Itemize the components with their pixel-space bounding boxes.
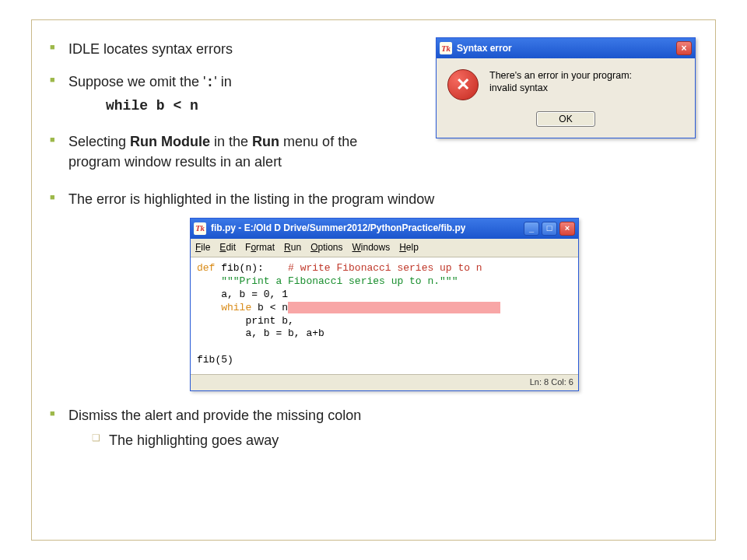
maximize-button[interactable]: □: [542, 222, 557, 236]
menubar: File Edit Format Run Options Windows Hel…: [191, 239, 578, 257]
code-text: print b,: [197, 315, 294, 327]
bullet-item: Suppose we omit the ':' in while b < n: [47, 72, 397, 116]
window-title: fib.py - E:/Old D Drive/Summer2012/Pytho…: [211, 222, 465, 235]
code-text: a, b = b, a+b: [197, 327, 324, 339]
code-text: a, b = 0, 1: [197, 289, 288, 300]
app-icon: Tk: [194, 222, 206, 235]
emphasis: Run Module: [130, 134, 210, 149]
bullet-text: Dismiss the alert and provide the missin…: [68, 408, 361, 423]
docstring: """Print a Fibonacci series up to n.""": [197, 275, 458, 287]
ok-button[interactable]: OK: [536, 111, 595, 127]
bullet-text: IDLE locates syntax errors: [68, 41, 233, 57]
code-text: [197, 302, 221, 313]
menu-help[interactable]: Help: [399, 241, 419, 254]
menu-file[interactable]: File: [195, 241, 210, 254]
menu-windows[interactable]: Windows: [352, 241, 391, 254]
inline-code: :: [206, 75, 215, 90]
bullet-text: Suppose we omit the ': [68, 74, 206, 89]
code-editor[interactable]: def fib(n): # write Fibonacci series up …: [191, 257, 578, 374]
comment: # write Fibonacci series up to n: [288, 262, 482, 274]
app-icon: Tk: [440, 42, 452, 54]
dialog-line: invalid syntax: [489, 82, 684, 94]
menu-format[interactable]: Format: [245, 241, 275, 254]
bullet-item: Dismiss the alert and provide the missin…: [47, 405, 700, 450]
bullet-text: Selecting: [68, 134, 130, 149]
bullet-item: The error is highlighted in the listing …: [47, 189, 700, 390]
bullet-text: The highlighting goes away: [109, 432, 279, 448]
dialog-footer: OK: [437, 111, 695, 138]
bullet-text: ' in: [214, 74, 231, 89]
dialog-text: There's an error in your program: invali…: [489, 69, 684, 95]
sub-item: The highlighting goes away: [92, 430, 700, 450]
idle-window: Tk fib.py - E:/Old D Drive/Summer2012/Py…: [190, 218, 579, 391]
titlebar: Tk fib.py - E:/Old D Drive/Summer2012/Py…: [191, 219, 578, 239]
code-line: while b < n: [106, 96, 397, 116]
titlebar: Tk Syntax error ×: [437, 38, 695, 58]
close-button[interactable]: ×: [559, 222, 575, 236]
status-text: Ln: 8 Col: 6: [530, 377, 573, 387]
error-highlight: [288, 302, 500, 313]
statusbar: Ln: 8 Col: 6: [191, 374, 578, 390]
sub-list: The highlighting goes away: [92, 430, 700, 450]
menu-run[interactable]: Run: [284, 241, 301, 254]
dialog-line: There's an error in your program:: [489, 69, 684, 82]
keyword-def: def: [197, 262, 215, 274]
error-icon: ✕: [447, 69, 479, 100]
bullet-item: Selecting Run Module in the Run menu of …: [47, 131, 397, 172]
menu-options[interactable]: Options: [310, 241, 342, 254]
menu-edit[interactable]: Edit: [219, 241, 236, 254]
keyword-while: while: [221, 302, 251, 313]
close-button[interactable]: ×: [676, 41, 692, 55]
emphasis: Run: [252, 134, 279, 149]
dialog-title: Syntax error: [457, 43, 512, 54]
code-text: b < n: [251, 302, 288, 313]
dialog-body: ✕ There's an error in your program: inva…: [437, 58, 695, 111]
code-text: fib(5): [197, 354, 233, 366]
bullet-text: The error is highlighted in the listing …: [68, 191, 434, 207]
syntax-error-dialog: Tk Syntax error × ✕ There's an error in …: [436, 37, 696, 138]
minimize-button[interactable]: _: [524, 222, 539, 236]
code-text: fib(n):: [215, 262, 288, 274]
bullet-text: in the: [210, 134, 252, 149]
